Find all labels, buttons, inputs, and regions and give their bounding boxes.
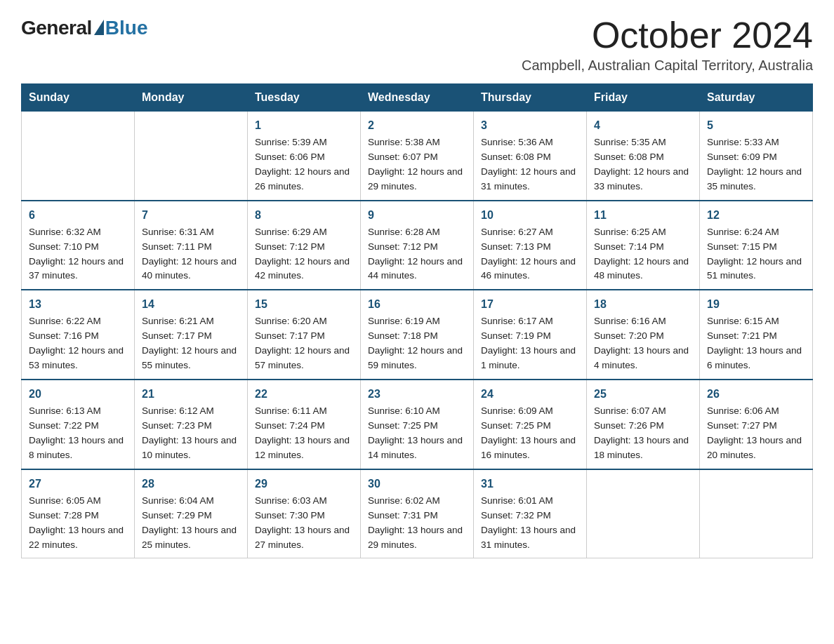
- day-number: 17: [481, 296, 579, 313]
- weekday-header-tuesday: Tuesday: [248, 84, 361, 112]
- calendar-day-cell: 24Sunrise: 6:09 AMSunset: 7:25 PMDayligh…: [474, 380, 587, 469]
- calendar-day-cell: 23Sunrise: 6:10 AMSunset: 7:25 PMDayligh…: [361, 380, 474, 469]
- day-number: 25: [594, 386, 692, 403]
- day-info: Sunrise: 6:27 AMSunset: 7:13 PMDaylight:…: [481, 225, 579, 284]
- day-info: Sunrise: 6:32 AMSunset: 7:10 PMDaylight:…: [29, 225, 127, 284]
- day-info: Sunrise: 6:25 AMSunset: 7:14 PMDaylight:…: [594, 225, 692, 284]
- calendar-day-cell: 10Sunrise: 6:27 AMSunset: 7:13 PMDayligh…: [474, 201, 587, 290]
- day-number: 10: [481, 207, 579, 224]
- day-info: Sunrise: 6:28 AMSunset: 7:12 PMDaylight:…: [368, 225, 466, 284]
- day-number: 6: [29, 207, 127, 224]
- day-number: 12: [707, 207, 805, 224]
- day-info: Sunrise: 6:13 AMSunset: 7:22 PMDaylight:…: [29, 404, 127, 463]
- day-number: 14: [142, 296, 240, 313]
- weekday-header-saturday: Saturday: [700, 84, 813, 112]
- day-info: Sunrise: 6:19 AMSunset: 7:18 PMDaylight:…: [368, 314, 466, 373]
- calendar-day-cell: 27Sunrise: 6:05 AMSunset: 7:28 PMDayligh…: [22, 469, 135, 558]
- calendar-day-cell: 26Sunrise: 6:06 AMSunset: 7:27 PMDayligh…: [700, 380, 813, 469]
- calendar-day-cell: 6Sunrise: 6:32 AMSunset: 7:10 PMDaylight…: [22, 201, 135, 290]
- weekday-header-monday: Monday: [135, 84, 248, 112]
- calendar-day-cell: 4Sunrise: 5:35 AMSunset: 6:08 PMDaylight…: [587, 112, 700, 201]
- day-number: 1: [255, 117, 353, 134]
- day-info: Sunrise: 5:36 AMSunset: 6:08 PMDaylight:…: [481, 135, 579, 194]
- calendar-day-cell: 5Sunrise: 5:33 AMSunset: 6:09 PMDaylight…: [700, 112, 813, 201]
- calendar-day-cell: 25Sunrise: 6:07 AMSunset: 7:26 PMDayligh…: [587, 380, 700, 469]
- day-info: Sunrise: 6:10 AMSunset: 7:25 PMDaylight:…: [368, 404, 466, 463]
- calendar-day-cell: 11Sunrise: 6:25 AMSunset: 7:14 PMDayligh…: [587, 201, 700, 290]
- day-number: 22: [255, 386, 353, 403]
- day-info: Sunrise: 6:02 AMSunset: 7:31 PMDaylight:…: [368, 494, 466, 553]
- calendar-day-cell: 12Sunrise: 6:24 AMSunset: 7:15 PMDayligh…: [700, 201, 813, 290]
- calendar-day-cell: 15Sunrise: 6:20 AMSunset: 7:17 PMDayligh…: [248, 290, 361, 380]
- calendar-week-row: 6Sunrise: 6:32 AMSunset: 7:10 PMDaylight…: [22, 201, 813, 290]
- day-info: Sunrise: 6:24 AMSunset: 7:15 PMDaylight:…: [707, 225, 805, 284]
- calendar-week-row: 27Sunrise: 6:05 AMSunset: 7:28 PMDayligh…: [22, 469, 813, 558]
- day-number: 7: [142, 207, 240, 224]
- calendar-day-cell: 7Sunrise: 6:31 AMSunset: 7:11 PMDaylight…: [135, 201, 248, 290]
- day-info: Sunrise: 6:01 AMSunset: 7:32 PMDaylight:…: [481, 494, 579, 553]
- calendar-day-cell: 16Sunrise: 6:19 AMSunset: 7:18 PMDayligh…: [361, 290, 474, 380]
- calendar-table: SundayMondayTuesdayWednesdayThursdayFrid…: [21, 83, 813, 558]
- day-number: 3: [481, 117, 579, 134]
- calendar-day-cell: 21Sunrise: 6:12 AMSunset: 7:23 PMDayligh…: [135, 380, 248, 469]
- logo-blue: Blue: [105, 17, 148, 39]
- subtitle: Campbell, Australian Capital Territory, …: [21, 58, 813, 74]
- calendar-day-cell: 22Sunrise: 6:11 AMSunset: 7:24 PMDayligh…: [248, 380, 361, 469]
- day-info: Sunrise: 5:33 AMSunset: 6:09 PMDaylight:…: [707, 135, 805, 194]
- calendar-day-cell: 8Sunrise: 6:29 AMSunset: 7:12 PMDaylight…: [248, 201, 361, 290]
- calendar-day-cell: 13Sunrise: 6:22 AMSunset: 7:16 PMDayligh…: [22, 290, 135, 380]
- day-number: 5: [707, 117, 805, 134]
- weekday-header-wednesday: Wednesday: [361, 84, 474, 112]
- calendar-day-cell: 3Sunrise: 5:36 AMSunset: 6:08 PMDaylight…: [474, 112, 587, 201]
- day-number: 28: [142, 476, 240, 492]
- day-info: Sunrise: 6:15 AMSunset: 7:21 PMDaylight:…: [707, 314, 805, 373]
- day-number: 23: [368, 386, 466, 403]
- day-info: Sunrise: 6:21 AMSunset: 7:17 PMDaylight:…: [142, 314, 240, 373]
- day-info: Sunrise: 6:11 AMSunset: 7:24 PMDaylight:…: [255, 404, 353, 463]
- day-info: Sunrise: 6:06 AMSunset: 7:27 PMDaylight:…: [707, 404, 805, 463]
- day-info: Sunrise: 5:35 AMSunset: 6:08 PMDaylight:…: [594, 135, 692, 194]
- day-number: 18: [594, 296, 692, 313]
- logo-area: General Blue: [21, 17, 147, 39]
- calendar-day-cell: 20Sunrise: 6:13 AMSunset: 7:22 PMDayligh…: [22, 380, 135, 469]
- calendar-day-cell: 30Sunrise: 6:02 AMSunset: 7:31 PMDayligh…: [361, 469, 474, 558]
- day-info: Sunrise: 6:09 AMSunset: 7:25 PMDaylight:…: [481, 404, 579, 463]
- day-info: Sunrise: 6:22 AMSunset: 7:16 PMDaylight:…: [29, 314, 127, 373]
- day-number: 11: [594, 207, 692, 224]
- logo-general: General: [21, 17, 92, 39]
- calendar-day-cell: 1Sunrise: 5:39 AMSunset: 6:06 PMDaylight…: [248, 112, 361, 201]
- day-info: Sunrise: 6:12 AMSunset: 7:23 PMDaylight:…: [142, 404, 240, 463]
- logo-triangle-icon: [94, 20, 104, 35]
- day-number: 9: [368, 207, 466, 224]
- calendar-day-cell: 29Sunrise: 6:03 AMSunset: 7:30 PMDayligh…: [248, 469, 361, 558]
- weekday-header-thursday: Thursday: [474, 84, 587, 112]
- day-number: 21: [142, 386, 240, 403]
- logo-text: General Blue: [21, 17, 147, 39]
- day-number: 20: [29, 386, 127, 403]
- day-number: 27: [29, 476, 127, 492]
- calendar-day-cell: 2Sunrise: 5:38 AMSunset: 6:07 PMDaylight…: [361, 112, 474, 201]
- calendar-day-cell: [700, 469, 813, 558]
- day-number: 4: [594, 117, 692, 134]
- weekday-header-row: SundayMondayTuesdayWednesdayThursdayFrid…: [22, 84, 813, 112]
- day-number: 16: [368, 296, 466, 313]
- calendar-day-cell: 28Sunrise: 6:04 AMSunset: 7:29 PMDayligh…: [135, 469, 248, 558]
- weekday-header-friday: Friday: [587, 84, 700, 112]
- day-number: 8: [255, 207, 353, 224]
- day-number: 15: [255, 296, 353, 313]
- day-number: 30: [368, 476, 466, 492]
- day-number: 24: [481, 386, 579, 403]
- day-info: Sunrise: 6:29 AMSunset: 7:12 PMDaylight:…: [255, 225, 353, 284]
- calendar-day-cell: 17Sunrise: 6:17 AMSunset: 7:19 PMDayligh…: [474, 290, 587, 380]
- day-number: 2: [368, 117, 466, 134]
- day-info: Sunrise: 6:07 AMSunset: 7:26 PMDaylight:…: [594, 404, 692, 463]
- calendar-day-cell: 19Sunrise: 6:15 AMSunset: 7:21 PMDayligh…: [700, 290, 813, 380]
- calendar-week-row: 13Sunrise: 6:22 AMSunset: 7:16 PMDayligh…: [22, 290, 813, 380]
- title-area: October 2024: [592, 17, 813, 53]
- calendar-day-cell: 18Sunrise: 6:16 AMSunset: 7:20 PMDayligh…: [587, 290, 700, 380]
- day-info: Sunrise: 6:03 AMSunset: 7:30 PMDaylight:…: [255, 494, 353, 553]
- day-info: Sunrise: 6:04 AMSunset: 7:29 PMDaylight:…: [142, 494, 240, 553]
- calendar-day-cell: [135, 112, 248, 201]
- calendar-day-cell: 9Sunrise: 6:28 AMSunset: 7:12 PMDaylight…: [361, 201, 474, 290]
- day-number: 13: [29, 296, 127, 313]
